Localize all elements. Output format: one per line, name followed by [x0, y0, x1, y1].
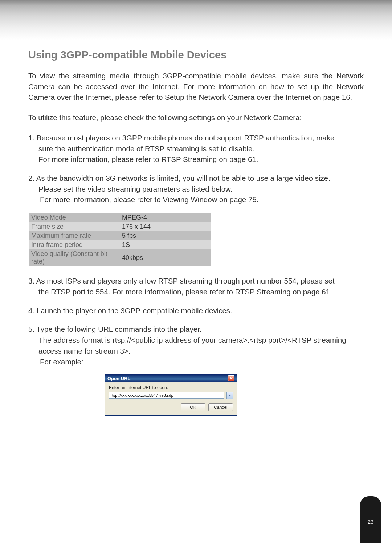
- list-item-2-line2: Please set the video streaming parameter…: [28, 184, 364, 195]
- dialog-button-row: OK Cancel: [109, 403, 233, 411]
- setting-value: 5 fps: [120, 231, 211, 240]
- list-item-5-line4: For example:: [28, 357, 364, 367]
- ok-button[interactable]: OK: [181, 403, 205, 411]
- header-gradient-bar: [0, 0, 392, 40]
- page-number: 23: [368, 519, 374, 525]
- list-item-3-line1: 3. As most ISPs and players only allow R…: [28, 276, 364, 286]
- setting-value: 176 x 144: [120, 222, 211, 231]
- settings-table: Video Mode MPEG-4 Frame size 176 x 144 M…: [29, 213, 211, 266]
- open-url-dialog-wrapper: Open URL ✕ Enter an Internet URL to open…: [105, 374, 364, 416]
- list-item-1-line1: 1. Because most players on 3GPP mobile p…: [28, 133, 364, 143]
- list-item-1-line3: For more information, please refer to RT…: [28, 154, 364, 165]
- dialog-prompt-label: Enter an Internet URL to open:: [109, 385, 233, 390]
- list-item-3: 3. As most ISPs and players only allow R…: [28, 276, 364, 297]
- list-item-4: 4. Launch the player on the 3GPP-compati…: [28, 305, 364, 316]
- setting-label: Frame size: [29, 222, 120, 231]
- chevron-down-icon: [228, 395, 231, 396]
- list-item-2-line1: 2. As the bandwidth on 3G networks is li…: [28, 173, 364, 184]
- setting-value: MPEG-4: [120, 213, 211, 222]
- list-item-5: 5. Type the following URL commands into …: [28, 324, 364, 367]
- page-number-tab: 23: [360, 496, 381, 543]
- close-icon[interactable]: ✕: [228, 375, 234, 381]
- url-input[interactable]: rtsp://xxx.xxx.xxx.xxx:554/live3.sdp: [109, 392, 224, 399]
- dialog-titlebar[interactable]: Open URL ✕: [105, 374, 237, 382]
- list-item-2-line3: For more information, please refer to Vi…: [28, 194, 364, 205]
- list-item-1: 1. Because most players on 3GPP mobile p…: [28, 133, 364, 165]
- url-prefix-text: rtsp://xxx.xxx.xxx.xxx:554: [111, 393, 156, 398]
- table-row: Video Mode MPEG-4: [29, 213, 211, 222]
- dialog-body: Enter an Internet URL to open: rtsp://xx…: [105, 382, 237, 415]
- cancel-button[interactable]: Cancel: [208, 403, 233, 411]
- check-settings-paragraph: To utilize this feature, please check th…: [28, 112, 364, 123]
- list-item-3-line2: the RTSP port to 554. For more informati…: [28, 286, 364, 297]
- list-item-5-line1: 5. Type the following URL commands into …: [28, 324, 364, 335]
- list-item-2: 2. As the bandwidth on 3G networks is li…: [28, 173, 364, 205]
- setting-label: Intra frame period: [29, 240, 120, 249]
- setting-value: 1S: [120, 240, 211, 249]
- url-input-row: rtsp://xxx.xxx.xxx.xxx:554/live3.sdp: [109, 392, 233, 399]
- table-row: Intra frame period 1S: [29, 240, 211, 249]
- setting-label: Video Mode: [29, 213, 120, 222]
- url-highlighted-suffix: /live3.sdp: [156, 393, 174, 398]
- dialog-title: Open URL: [107, 376, 131, 381]
- table-row: Video quality (Constant bit rate) 40kbps: [29, 249, 211, 266]
- list-item-5-line2: The address format is rtsp://<public ip …: [28, 335, 364, 346]
- list-item-1-line2: sure the authentication mode of RTSP str…: [28, 143, 364, 154]
- intro-paragraph: To view the streaming media through 3GPP…: [28, 70, 364, 103]
- open-url-dialog: Open URL ✕ Enter an Internet URL to open…: [105, 374, 237, 416]
- list-item-5-line3: access name for stream 3>.: [28, 346, 364, 357]
- url-dropdown-button[interactable]: [226, 392, 233, 399]
- page-content: Using 3GPP-compatible Mobile Devices To …: [0, 40, 392, 416]
- setting-label: Video quality (Constant bit rate): [29, 249, 120, 266]
- page-title: Using 3GPP-compatible Mobile Devices: [28, 49, 364, 61]
- table-row: Frame size 176 x 144: [29, 222, 211, 231]
- setting-label: Maximum frame rate: [29, 231, 120, 240]
- table-row: Maximum frame rate 5 fps: [29, 231, 211, 240]
- setting-value: 40kbps: [120, 249, 211, 266]
